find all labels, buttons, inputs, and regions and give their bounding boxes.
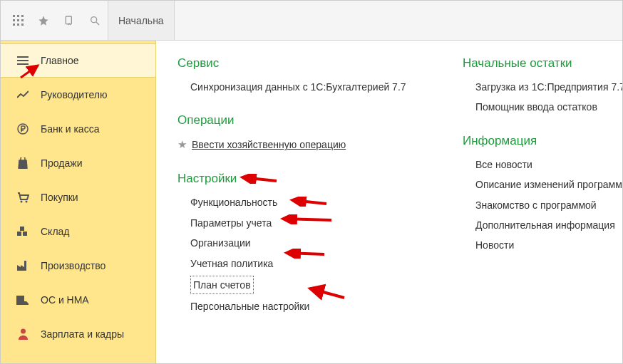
boxes-icon <box>15 227 31 236</box>
sidebar-item-label: Банк и касса <box>41 123 99 135</box>
svg-point-17 <box>25 200 27 202</box>
section-title: Начальные остатки <box>463 56 622 71</box>
sidebar-item-hr[interactable]: Зарплата и кадры <box>1 317 155 351</box>
sidebar: Главное Руководителю Банк и касса Продаж… <box>1 41 156 363</box>
person-icon <box>15 328 31 340</box>
svg-rect-18 <box>17 232 21 236</box>
link-functionality[interactable]: Функциональность <box>177 193 413 213</box>
section-operations: Операции ★ Ввести хозяйственную операцию <box>177 113 413 156</box>
link-accounting-params[interactable]: Параметры учета <box>177 214 413 234</box>
section-service: Сервис Синхронизация данных с 1С:Бухгалт… <box>177 56 413 98</box>
topbar-tools <box>1 1 108 40</box>
link-organizations[interactable]: Организации <box>177 234 413 254</box>
svg-line-11 <box>96 22 99 25</box>
section-title: Информация <box>463 134 622 148</box>
sidebar-item-label: Производство <box>41 260 105 271</box>
link-changelog[interactable]: Описание изменений программы <box>463 175 622 195</box>
section-settings: Настройки Функциональность Параметры уче… <box>177 172 413 317</box>
sidebar-item-bank[interactable]: Банк и касса <box>1 112 155 146</box>
apps-icon[interactable] <box>11 14 24 27</box>
link-chart-of-accounts[interactable]: План счетов <box>177 274 413 297</box>
sidebar-item-assets[interactable]: ОС и НМА <box>1 283 155 317</box>
sidebar-item-label: Зарплата и кадры <box>41 328 124 340</box>
svg-rect-3 <box>13 19 15 21</box>
sidebar-item-manager[interactable]: Руководителю <box>1 78 155 112</box>
link-accounting-policy[interactable]: Учетная политика <box>177 254 413 274</box>
sidebar-item-label: Продажи <box>41 157 82 169</box>
svg-rect-0 <box>13 15 15 17</box>
link-personal-settings[interactable]: Персональные настройки <box>177 297 413 317</box>
factory-icon <box>15 261 31 271</box>
sidebar-item-label: ОС и НМА <box>41 294 89 306</box>
link-load-1c77[interactable]: Загрузка из 1С:Предприятия 7.7 <box>463 78 622 98</box>
svg-rect-2 <box>21 15 24 17</box>
sidebar-item-warehouse[interactable]: Склад <box>1 214 155 249</box>
content: Сервис Синхронизация данных с 1С:Бухгалт… <box>156 41 622 363</box>
truck-icon <box>15 296 31 305</box>
cart-icon <box>15 192 31 203</box>
link-label: Ввести хозяйственную операцию <box>192 137 346 152</box>
ruble-icon <box>15 123 31 135</box>
section-title: Настройки <box>177 172 413 186</box>
link-news[interactable]: Новости <box>463 236 622 256</box>
star-icon[interactable] <box>37 14 50 27</box>
menu-icon <box>15 56 31 65</box>
link-additional-info[interactable]: Дополнительная информация <box>463 216 622 236</box>
sidebar-item-main[interactable]: Главное <box>1 43 155 78</box>
svg-rect-1 <box>17 15 19 17</box>
topbar: Начальна <box>1 1 622 41</box>
section-title: Операции <box>177 113 413 128</box>
svg-point-21 <box>21 329 26 334</box>
sidebar-item-label: Покупки <box>41 192 78 203</box>
svg-rect-8 <box>21 24 24 26</box>
svg-rect-5 <box>21 19 24 21</box>
svg-rect-6 <box>13 24 15 26</box>
bag-icon <box>15 157 31 169</box>
link-introduction[interactable]: Знакомство с программой <box>463 196 622 216</box>
svg-point-16 <box>20 200 22 202</box>
section-title: Сервис <box>177 56 413 71</box>
tab-home[interactable]: Начальна <box>108 1 175 40</box>
section-balances: Начальные остатки Загрузка из 1С:Предпри… <box>463 56 622 118</box>
section-info: Информация Все новости Описание изменени… <box>463 134 622 256</box>
star-icon: ★ <box>177 136 187 153</box>
chart-line-icon <box>15 90 31 99</box>
sidebar-item-sales[interactable]: Продажи <box>1 146 155 180</box>
link-balance-assistant[interactable]: Помощник ввода остатков <box>463 98 622 118</box>
search-icon[interactable] <box>88 14 101 27</box>
svg-rect-20 <box>20 227 24 231</box>
sidebar-item-production[interactable]: Производство <box>1 249 155 283</box>
link-all-news[interactable]: Все новости <box>463 155 622 175</box>
svg-rect-7 <box>17 24 19 26</box>
sidebar-item-label: Главное <box>41 55 79 66</box>
tab-label: Начальна <box>118 15 164 26</box>
svg-rect-19 <box>23 232 27 236</box>
history-icon[interactable] <box>63 14 76 27</box>
link-label: План счетов <box>190 276 254 294</box>
sidebar-item-purchases[interactable]: Покупки <box>1 180 155 214</box>
sidebar-item-label: Склад <box>41 226 70 237</box>
svg-rect-9 <box>66 16 71 24</box>
link-enter-operation[interactable]: ★ Ввести хозяйственную операцию <box>177 135 413 156</box>
svg-rect-4 <box>17 19 19 21</box>
svg-point-10 <box>91 16 97 22</box>
sidebar-item-label: Руководителю <box>41 89 107 100</box>
link-sync-1c77[interactable]: Синхронизация данных с 1С:Бухгалтерией 7… <box>177 78 413 98</box>
